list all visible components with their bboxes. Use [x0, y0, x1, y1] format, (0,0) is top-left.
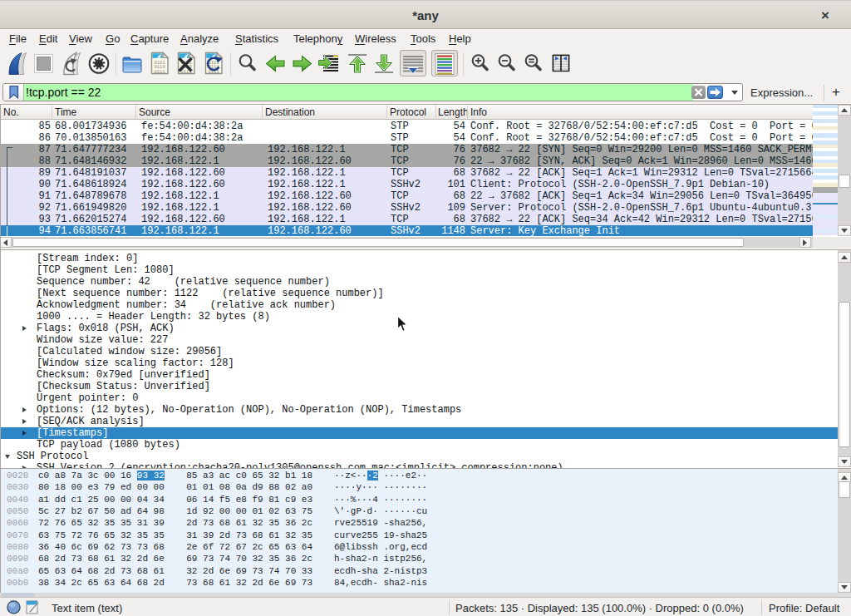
svg-text:0111: 0111	[155, 69, 166, 75]
